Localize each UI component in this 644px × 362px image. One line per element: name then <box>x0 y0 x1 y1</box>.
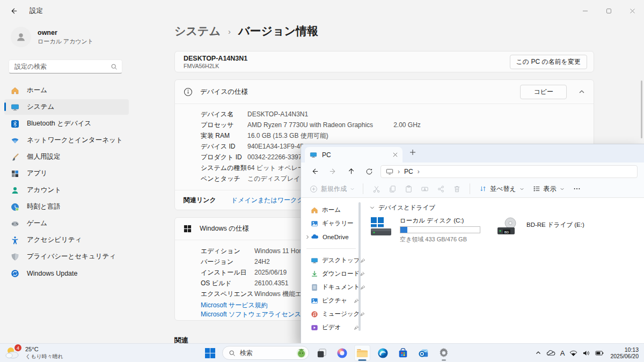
settings-scrollbar[interactable] <box>641 80 642 138</box>
sidebar-scrollbar[interactable] <box>358 202 361 331</box>
spec-row: 実装 RAM16.0 GB (15.3 GB 使用可能) <box>201 130 594 141</box>
sidebar-item-documents[interactable]: ドキュメント <box>301 280 361 294</box>
new-item-button[interactable]: 新規作成 <box>306 184 358 194</box>
settings-search[interactable] <box>9 60 122 73</box>
divider <box>306 248 356 249</box>
sidebar-item-time-language[interactable]: 時刻と言語 <box>4 199 129 215</box>
delete-icon[interactable] <box>449 181 465 196</box>
tray-chevron-icon[interactable] <box>535 350 541 356</box>
breadcrumb-separator-icon: › <box>228 27 231 36</box>
sidebar-item-apps[interactable]: アプリ <box>4 166 129 181</box>
videos-icon <box>311 324 318 331</box>
onedrive-tray-icon[interactable] <box>546 349 555 358</box>
music-icon <box>311 311 318 318</box>
device-spec-header[interactable]: デバイスの仕様 コピー <box>175 80 594 104</box>
address-bar[interactable]: › PC › <box>380 165 638 178</box>
new-tab-icon[interactable] <box>409 149 416 156</box>
document-icon <box>311 284 318 291</box>
pin-icon <box>360 285 365 290</box>
view-button[interactable]: 表示 <box>529 184 569 194</box>
refresh-icon[interactable] <box>360 164 378 179</box>
sidebar-item-gaming[interactable]: ゲーム <box>4 216 129 231</box>
close-button[interactable] <box>620 0 644 21</box>
address-crumb-pc[interactable]: PC <box>404 168 413 175</box>
wifi-tray-icon[interactable] <box>569 350 577 357</box>
cut-icon[interactable] <box>368 181 384 196</box>
explorer-content: デバイスとドライブ ローカル ディスク (C:) <box>361 198 644 343</box>
taskbar-search[interactable]: 検索 <box>222 346 309 360</box>
weather-widget[interactable]: 4 25°C くもり時々晴れ <box>4 345 63 360</box>
collapse-chevron-icon <box>370 205 375 210</box>
sidebar-item-home[interactable]: ホーム <box>301 203 361 217</box>
breadcrumb-parent[interactable]: システム <box>174 24 221 39</box>
chevron-up-icon[interactable] <box>579 88 585 95</box>
sidebar-item-downloads[interactable]: ダウンロード <box>301 267 361 280</box>
store-button[interactable] <box>395 345 411 361</box>
sidebar-item-windows-update[interactable]: Windows Update <box>4 265 129 281</box>
search-icon <box>111 63 118 70</box>
sidebar-item-videos[interactable]: ビデオ <box>301 321 361 334</box>
sidebar-item-desktop[interactable]: デスクトップ <box>301 254 361 267</box>
page-title: バージョン情報 <box>238 24 318 39</box>
sidebar-item-personalization[interactable]: 個人用設定 <box>4 149 129 165</box>
paste-icon[interactable] <box>400 181 416 196</box>
settings-nav: ホーム システム Bluetooth とデバイス ネットワークとインターネット … <box>0 82 161 282</box>
share-icon[interactable] <box>433 181 449 196</box>
pictures-icon <box>311 297 318 305</box>
nav-back-icon[interactable] <box>305 164 324 179</box>
drive-e-item[interactable]: BD BD-RE ドライブ (E:) <box>496 217 584 238</box>
sort-button[interactable]: 並べ替え <box>475 184 529 194</box>
outlook-button[interactable] <box>415 345 431 361</box>
explorer-tab-pc[interactable]: PC <box>305 147 402 162</box>
start-button[interactable] <box>202 345 218 361</box>
sidebar-item-pictures[interactable]: ピクチャ <box>301 294 361 307</box>
nav-up-icon[interactable] <box>342 164 360 179</box>
tab-title: PC <box>322 151 331 159</box>
edge-button[interactable] <box>375 345 391 361</box>
sidebar-item-bluetooth-devices[interactable]: Bluetooth とデバイス <box>4 116 129 131</box>
sidebar-item-music[interactable]: ミュージック <box>301 307 361 321</box>
minimize-button[interactable] <box>573 0 597 21</box>
more-options-icon[interactable] <box>569 181 585 196</box>
back-icon[interactable] <box>10 7 18 15</box>
sidebar-item-onedrive[interactable]: OneDrive <box>301 230 361 243</box>
copy-icon[interactable] <box>384 181 400 196</box>
rename-icon[interactable] <box>416 181 433 196</box>
onedrive-icon <box>311 233 319 241</box>
search-icon <box>229 350 236 357</box>
search-highlight-icon[interactable] <box>296 348 307 359</box>
clock-globe-icon <box>11 203 19 211</box>
expand-chevron-icon[interactable] <box>305 235 311 239</box>
sidebar-item-system[interactable]: システム <box>4 99 129 115</box>
file-explorer-button[interactable] <box>354 345 370 361</box>
sidebar-item-gallery[interactable]: ギャラリー <box>301 217 361 230</box>
svg-text:BD: BD <box>504 231 509 234</box>
copy-button[interactable]: コピー <box>520 85 567 99</box>
sidebar-item-privacy-security[interactable]: プライバシーとセキュリティ <box>4 249 129 264</box>
sidebar-item-accessibility[interactable]: アクセシビリティ <box>4 232 129 248</box>
drive-c-free-space: 空き領域 433 GB/476 GB <box>400 235 480 243</box>
account-summary[interactable]: owner ローカル アカウント <box>11 27 93 47</box>
sidebar-item-home[interactable]: ホーム <box>4 83 129 98</box>
sidebar-item-network-internet[interactable]: ネットワークとインターネット <box>4 132 129 148</box>
maximize-button[interactable] <box>597 0 620 21</box>
drive-c-item[interactable]: ローカル ディスク (C:) 空き領域 433 GB/476 GB <box>370 217 480 243</box>
rename-pc-button[interactable]: この PC の名前を変更 <box>510 55 587 69</box>
ime-indicator[interactable]: A <box>560 349 565 357</box>
settings-button[interactable] <box>436 345 452 361</box>
tab-close-icon[interactable] <box>393 152 398 157</box>
sidebar-item-accounts[interactable]: アカウント <box>4 182 129 198</box>
drives-group-header[interactable]: デバイスとドライブ <box>370 204 644 212</box>
clock[interactable]: 10:13 2025/06/20 <box>610 346 639 359</box>
task-view-button[interactable] <box>313 345 330 361</box>
copilot-button[interactable] <box>334 345 350 361</box>
wifi-icon <box>11 136 19 145</box>
gallery-icon <box>311 220 318 227</box>
nav-forward-icon[interactable] <box>324 164 342 179</box>
settings-search-input[interactable] <box>14 63 111 70</box>
volume-tray-icon[interactable] <box>582 350 590 357</box>
bluetooth-icon <box>11 120 19 128</box>
battery-tray-icon[interactable] <box>595 350 604 356</box>
drive-e-name: BD-RE ドライブ (E:) <box>526 221 584 238</box>
home-icon <box>311 206 318 214</box>
